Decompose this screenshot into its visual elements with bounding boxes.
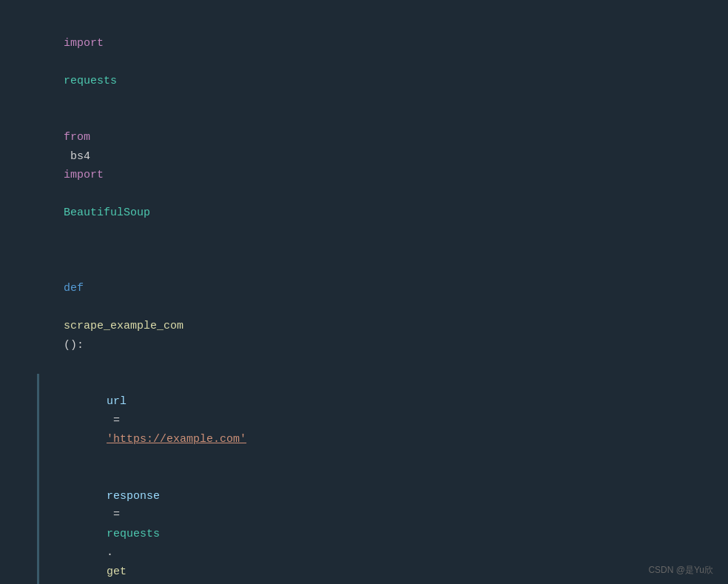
keyword-from: from <box>64 131 90 144</box>
function-name: scrape_example_com <box>64 320 183 332</box>
module-requests: requests <box>64 75 117 87</box>
function-body: url = 'https://example.com' response = r… <box>37 374 706 585</box>
code-line-6: response = requests . get ( url ) <box>67 468 706 584</box>
code-line-5: url = 'https://example.com' <box>67 374 706 469</box>
code-line-2: from bs4 import BeautifulSoup <box>37 110 706 242</box>
code-line-4: def scrape_example_com (): <box>37 261 706 374</box>
class-beautifulsoup: BeautifulSoup <box>64 207 150 219</box>
code-block: import requests from bs4 import Beautifu… <box>0 0 728 584</box>
keyword-import: import <box>64 37 104 50</box>
watermark: CSDN @是Yu欣 <box>648 564 713 577</box>
code-line-1: import requests <box>37 15 706 110</box>
module-requests-2: requests <box>107 528 160 540</box>
var-url: url <box>107 395 127 408</box>
fn-get: get <box>107 565 127 578</box>
string-url-value: 'https://example.com' <box>107 433 246 446</box>
keyword-import-2: import <box>64 169 104 181</box>
var-response: response <box>107 490 160 503</box>
code-line-3 <box>37 241 706 261</box>
keyword-def: def <box>64 282 84 295</box>
